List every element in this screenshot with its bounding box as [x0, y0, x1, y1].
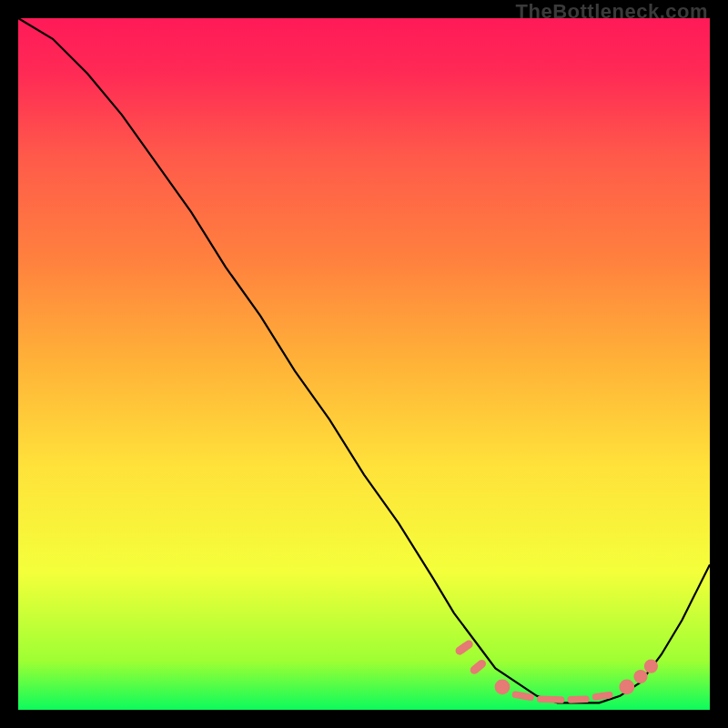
bottleneck-curve: [18, 18, 710, 703]
marker-dot: [495, 680, 511, 695]
marker-dot: [644, 660, 658, 673]
marker-pill: [469, 658, 488, 676]
curve-markers: [454, 639, 658, 703]
marker-pill: [537, 695, 565, 703]
marker-dot: [619, 680, 634, 695]
curve-layer: [18, 18, 710, 710]
chart-frame: TheBottleneck.com: [0, 0, 728, 728]
marker-pill: [567, 695, 590, 703]
marker-dot: [633, 670, 647, 683]
marker-pill: [454, 639, 475, 657]
